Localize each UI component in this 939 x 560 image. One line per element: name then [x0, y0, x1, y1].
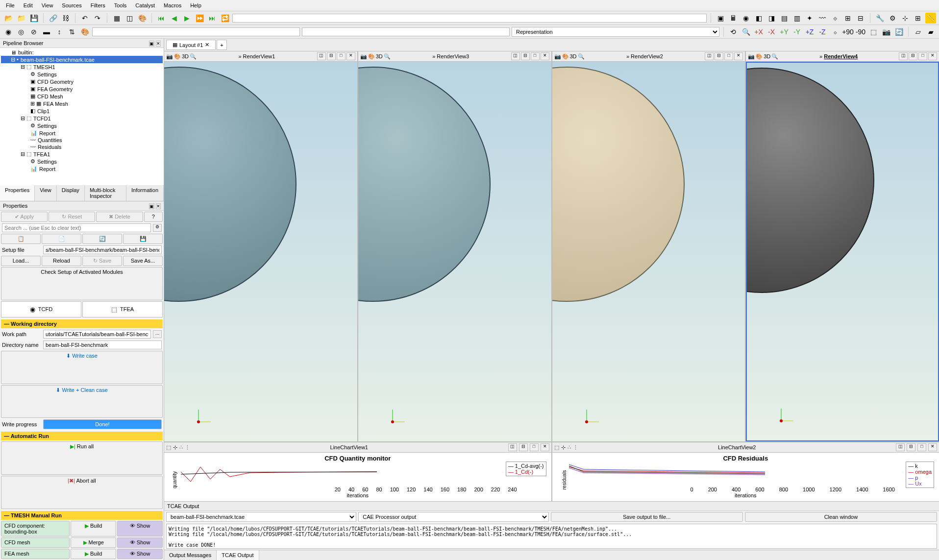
menu-catalyst[interactable]: Catalyst — [131, 1, 159, 10]
menu-help[interactable]: Help — [186, 1, 205, 10]
rotate-m90-icon[interactable]: -90 — [855, 26, 866, 37]
z-minus-icon[interactable]: -Z — [817, 26, 828, 37]
tree-leaf[interactable]: 〰 Residuals — [1, 144, 163, 150]
loop-icon[interactable]: 🔁 — [220, 13, 230, 24]
connect-icon[interactable]: 🔗 — [48, 13, 58, 24]
palette-icon[interactable]: 🎨 — [562, 53, 569, 60]
gear-icon[interactable]: ⚙ — [887, 13, 898, 24]
screenshot-icon[interactable]: 📷 — [360, 53, 367, 60]
tree-leaf[interactable]: 📊 Report — [1, 129, 163, 137]
split-h-icon[interactable]: ◫ — [896, 443, 905, 451]
disconnect-icon[interactable]: ⛓ — [60, 13, 71, 24]
close-panel-icon[interactable]: ✕ — [156, 203, 161, 209]
first-frame-icon[interactable]: ⏮ — [156, 13, 167, 24]
capture-icon[interactable]: 📷 — [881, 26, 891, 37]
maximize-icon[interactable]: □ — [337, 52, 346, 60]
palette-icon[interactable]: 🎨 — [368, 53, 375, 60]
close-view-icon[interactable]: ✕ — [541, 52, 549, 60]
search-input[interactable] — [2, 223, 151, 232]
tree-leaf[interactable]: ⚙ Settings — [1, 158, 163, 165]
visibility-icon[interactable]: ◉ — [3, 26, 14, 37]
menu-sources[interactable]: Sources — [58, 1, 85, 10]
extract-icon[interactable]: ◫ — [124, 13, 135, 24]
last-frame-icon[interactable]: ⏭ — [207, 13, 218, 24]
show-icon[interactable]: ◎ — [16, 26, 26, 37]
setup-file-input[interactable] — [43, 245, 162, 254]
tree-leaf[interactable]: ▣ FEA Geometry — [1, 85, 163, 93]
advanced-toggle-icon[interactable]: ⚙ — [153, 224, 162, 232]
axes-icon[interactable]: ⊹ — [900, 13, 911, 24]
extract-selection-icon[interactable]: ▥ — [791, 13, 802, 24]
browse-icon[interactable]: … — [153, 330, 162, 338]
menu-filters[interactable]: Filters — [87, 1, 109, 10]
glyph-icon[interactable]: ✦ — [804, 13, 815, 24]
close-view-icon[interactable]: ✕ — [541, 443, 549, 451]
tab-multiblock[interactable]: Multi-block Inspector — [85, 185, 126, 201]
threshold-icon[interactable]: ▤ — [779, 13, 790, 24]
apply-button[interactable]: ✔ Apply — [1, 212, 48, 222]
reset-camera-icon[interactable]: ⟲ — [728, 26, 739, 37]
grid-icon[interactable]: ⊞ — [913, 13, 923, 24]
tree-leaf[interactable]: 📊 Report — [1, 165, 163, 172]
screenshot-icon[interactable]: 📷 — [748, 53, 755, 60]
tree-leaf[interactable]: ▣ CFD Geometry — [1, 78, 163, 85]
tcfd-module-button[interactable]: ◉ TCFD — [1, 301, 81, 317]
split-h-icon[interactable]: ◫ — [508, 443, 517, 451]
tree-leaf[interactable]: 〰 Quantities — [1, 137, 163, 144]
warp-icon[interactable]: ⟐ — [830, 13, 840, 24]
isometric-icon[interactable]: ⬦ — [830, 26, 840, 37]
tree-leaf[interactable]: ⊞ ▦ FEA Mesh — [1, 100, 163, 107]
dirname-input[interactable] — [43, 341, 162, 349]
slice-icon[interactable]: ◨ — [766, 13, 777, 24]
reload-button[interactable]: 🔄 — [82, 234, 122, 244]
add-layout-icon[interactable]: + — [217, 40, 226, 50]
chart-toolbar-icon[interactable]: ⋮ — [573, 444, 578, 451]
split-v-icon[interactable]: ⊟ — [715, 52, 723, 60]
chart-area[interactable]: CFD Quantity monitor quantity iterations… — [164, 453, 551, 501]
tree-node-tmesh1[interactable]: ⊟ ⬚ TMESH1 — [1, 63, 163, 71]
contour-icon[interactable]: ◉ — [741, 13, 751, 24]
maximize-icon[interactable]: □ — [531, 52, 540, 60]
paste-button[interactable]: 📄 — [42, 234, 81, 244]
split-h-icon[interactable]: ◫ — [899, 52, 908, 60]
zoom-icon[interactable]: 🔍 — [578, 53, 585, 60]
viewport[interactable] — [164, 62, 357, 441]
save-icon[interactable]: 💾 — [28, 13, 39, 24]
chart-toolbar-icon[interactable]: ⊹ — [561, 444, 566, 451]
undo-icon[interactable]: ↶ — [79, 13, 90, 24]
tree-leaf[interactable]: ◧ Clip1 — [1, 107, 163, 115]
output-file-select[interactable]: beam-ball-FSI-benchmark.tcae — [166, 512, 356, 522]
representation-select[interactable]: Representation — [512, 27, 719, 37]
chart-toolbar-icon[interactable]: ∴ — [179, 444, 183, 451]
maximize-icon[interactable]: □ — [917, 443, 926, 451]
edge-icon[interactable]: ▱ — [913, 26, 923, 37]
merge-button[interactable]: ▶ Merge — [71, 537, 116, 548]
undock-icon[interactable]: ▣ — [149, 203, 154, 209]
ruler-icon[interactable]: 📏 — [925, 13, 936, 24]
load-button[interactable]: Load... — [1, 256, 41, 266]
palette-icon[interactable]: 🎨 — [137, 13, 148, 24]
output-text[interactable]: Writing file "/local/home/lubos/CFDSUPPO… — [166, 524, 937, 549]
time-input[interactable] — [232, 14, 707, 23]
layout-tab-1[interactable]: ▦ Layout #1 ✕ — [166, 40, 216, 50]
tree-node-tfea1[interactable]: ⊟ ⬚ TFEA1 — [1, 150, 163, 158]
output-proc-select[interactable]: CAE Processor output — [358, 512, 548, 522]
custom-range-icon[interactable]: ⇅ — [67, 26, 77, 37]
zoom-icon[interactable]: 🔍 — [384, 53, 391, 60]
zoom-icon[interactable]: 🔍 — [190, 53, 197, 60]
pipeline-tree[interactable]: 🖥 builtin: ⊟ • beam-ball-FSI-benchmark.t… — [0, 48, 164, 185]
tool-icon[interactable]: 🔧 — [874, 13, 885, 24]
open-icon[interactable]: 📂 — [3, 13, 14, 24]
split-v-icon[interactable]: ⊟ — [327, 52, 336, 60]
split-v-icon[interactable]: ⊟ — [907, 443, 915, 451]
chart-toolbar-icon[interactable]: ⬚ — [554, 444, 559, 451]
stream-icon[interactable]: 〰 — [817, 13, 828, 24]
chart-toolbar-icon[interactable]: ⋮ — [185, 444, 190, 451]
redo-icon[interactable]: ↷ — [92, 13, 103, 24]
variable-select[interactable] — [92, 27, 300, 36]
tab-tcae-output[interactable]: TCAE Output — [217, 550, 259, 560]
saveas-button[interactable]: Save As... — [123, 256, 163, 266]
filter-icon[interactable]: ▦ — [111, 13, 122, 24]
colormap-icon[interactable]: ▬ — [41, 26, 52, 37]
show-button[interactable]: 👁 Show — [117, 549, 163, 559]
